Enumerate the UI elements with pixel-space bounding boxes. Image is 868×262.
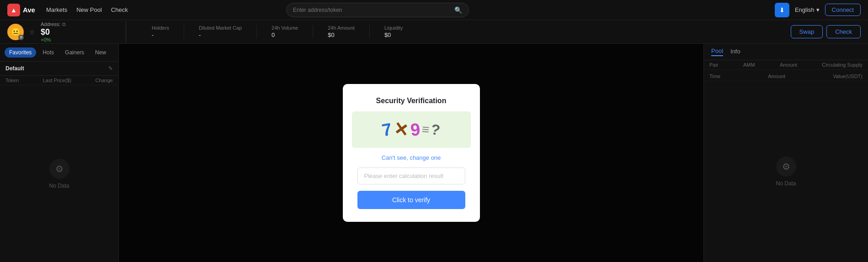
stat-liquidity: Liquidity $0 — [370, 25, 417, 38]
nav-markets[interactable]: Markets — [46, 6, 67, 13]
holders-label: Holders — [152, 25, 169, 31]
stats-right: Swap Check — [783, 25, 861, 38]
tab-hots[interactable]: Hots — [38, 47, 59, 58]
right-table-header-bottom: Time Amount Value(USDT) — [704, 72, 868, 81]
verify-button[interactable]: Click to verify — [357, 191, 465, 209]
center-content: Security Verification 7 ✕ 9 ≡ ? Can't se… — [119, 44, 703, 262]
right-table-header-top: Pair AMM Amount Circulating Supply — [704, 60, 868, 70]
captcha-input[interactable] — [357, 168, 465, 184]
check-button[interactable]: Check — [826, 25, 861, 38]
holders-value: - — [152, 31, 169, 38]
tab-favorites[interactable]: Favorites — [5, 47, 36, 58]
rth-amount: Amount — [780, 62, 797, 68]
liquidity-label: Liquidity — [384, 25, 403, 31]
nav-links: Markets New Pool Check — [46, 6, 128, 13]
download-button[interactable]: ⬇ — [775, 3, 789, 17]
avatar: 😐 ⚙ — [7, 24, 24, 40]
stat-volume: 24h Volume 0 — [257, 25, 313, 38]
logo-icon: ▲ — [7, 4, 20, 16]
captcha-char-3: 9 — [410, 120, 421, 140]
nav-right: ⬇ English ▾ Connect — [775, 3, 861, 17]
col-change: Change — [95, 78, 113, 83]
no-data-icon: ⚙ — [49, 159, 69, 179]
tab-new[interactable]: New — [91, 47, 111, 58]
connect-button[interactable]: Connect — [825, 4, 861, 16]
stat-holders: Holders - — [137, 25, 184, 38]
address-label: Address: — [41, 21, 60, 27]
diluted-market-cap-value: - — [199, 31, 242, 38]
rth-time: Time — [709, 73, 720, 79]
stats-bar: 😐 ⚙ ☆ Address: ⧉ $0 +0% Holders - Dilute… — [0, 20, 868, 44]
language-button[interactable]: English ▾ — [795, 6, 820, 13]
avatar-badge: ⚙ — [18, 35, 24, 40]
captcha-image: 7 ✕ 9 ≡ ? — [352, 111, 471, 148]
rth-circ-supply: Circulating Supply — [822, 62, 863, 68]
captcha-char-5: ? — [430, 121, 442, 139]
nav-newpool[interactable]: New Pool — [76, 6, 102, 13]
edit-icon[interactable]: ✎ — [108, 65, 113, 72]
search-icon: 🔍 — [454, 6, 462, 14]
stat-amount: 24h Amount $0 — [313, 25, 370, 38]
rtab-pool[interactable]: Pool — [711, 47, 723, 56]
amount-label: 24h Amount — [328, 25, 355, 31]
price-change: +0% — [41, 37, 66, 42]
logo-text: Ave — [23, 6, 35, 14]
captcha-char-1: 7 — [381, 119, 394, 140]
search-input[interactable] — [293, 7, 451, 13]
security-modal: Security Verification 7 ✕ 9 ≡ ? Can't se… — [343, 84, 480, 222]
sidebar: Favorites Hots Gainers New Default ✎ Tok… — [0, 44, 119, 262]
sidebar-tabs: Favorites Hots Gainers New — [0, 44, 118, 62]
amount-value: $0 — [328, 31, 355, 38]
liquidity-value: $0 — [384, 31, 403, 38]
change-captcha-link[interactable]: Can't see, change one — [382, 154, 441, 161]
stats-items: Holders - Diluted Market Cap - 24h Volum… — [126, 25, 783, 38]
volume-value: 0 — [272, 31, 298, 38]
price-block: $0 +0% — [41, 27, 66, 42]
right-no-data-area: ⚙ No Data — [704, 81, 868, 262]
stats-left: 😐 ⚙ ☆ Address: ⧉ $0 +0% — [7, 21, 126, 42]
main-layout: Favorites Hots Gainers New Default ✎ Tok… — [0, 44, 868, 262]
search-bar: 🔍 — [286, 3, 469, 17]
price-main: $0 — [41, 27, 66, 37]
logo: ▲ Ave — [7, 4, 35, 16]
sidebar-section: Default ✎ — [0, 62, 118, 76]
top-nav: ▲ Ave Markets New Pool Check 🔍 ⬇ English… — [0, 0, 868, 20]
captcha-char-4: ≡ — [421, 122, 430, 137]
tab-gainers[interactable]: Gainers — [60, 47, 89, 58]
rth-value-usdt: Value(USDT) — [833, 73, 863, 79]
sidebar-no-data-area: ⚙ No Data — [0, 85, 118, 262]
rth-amount-b: Amount — [768, 73, 785, 79]
right-no-data-text: No Data — [776, 180, 796, 187]
section-label: Default — [5, 65, 24, 72]
col-price: Last Price($) — [43, 78, 71, 83]
volume-label: 24h Volume — [272, 25, 298, 31]
diluted-market-cap-label: Diluted Market Cap — [199, 25, 242, 31]
stat-diluted-market-cap: Diluted Market Cap - — [184, 25, 257, 38]
captcha-chars: 7 ✕ 9 ≡ ? — [352, 111, 471, 148]
modal-title: Security Verification — [376, 97, 447, 105]
nav-check[interactable]: Check — [111, 6, 128, 13]
address-block: Address: ⧉ $0 +0% — [41, 21, 66, 42]
copy-icon[interactable]: ⧉ — [62, 21, 66, 27]
rth-pair: Pair — [709, 62, 719, 68]
right-tabs: Pool Info — [704, 44, 868, 60]
table-header: Token Last Price($) Change — [0, 76, 118, 85]
swap-button[interactable]: Swap — [791, 25, 823, 38]
rtab-info[interactable]: Info — [730, 48, 740, 56]
right-no-data-icon: ⚙ — [776, 157, 796, 177]
col-token: Token — [5, 78, 19, 83]
address-row: Address: ⧉ — [41, 21, 66, 27]
captcha-char-2: ✕ — [393, 118, 409, 142]
star-icon[interactable]: ☆ — [29, 28, 35, 36]
sidebar-no-data-text: No Data — [49, 183, 69, 189]
right-panel: Pool Info Pair AMM Amount Circulating Su… — [703, 44, 868, 262]
rth-amm: AMM — [743, 62, 755, 68]
modal-overlay: Security Verification 7 ✕ 9 ≡ ? Can't se… — [119, 44, 703, 262]
chevron-down-icon: ▾ — [816, 6, 820, 13]
